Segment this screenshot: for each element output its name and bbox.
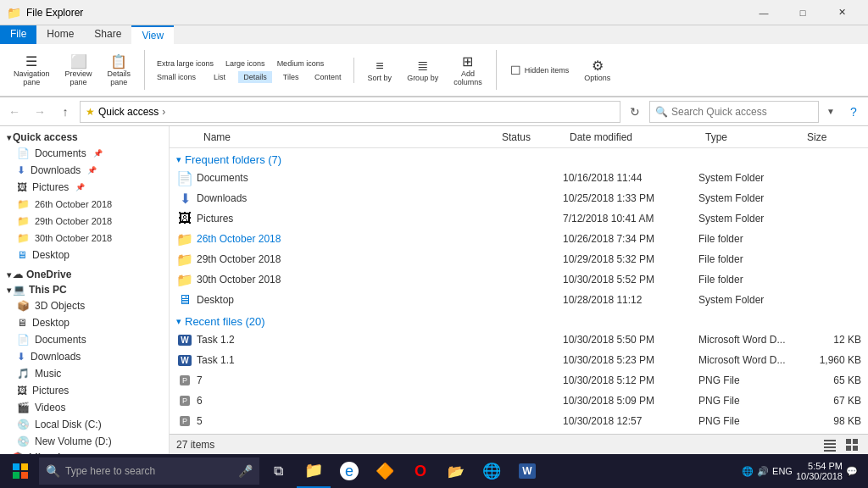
tab-file[interactable]: File bbox=[0, 25, 36, 44]
back-button[interactable]: ← bbox=[3, 101, 25, 123]
sidebar-item-pictures2[interactable]: 🖼 Pictures bbox=[0, 382, 169, 399]
taskbar-app-word[interactable]: W bbox=[510, 454, 544, 488]
taskbar-clock[interactable]: 5:54 PM 10/30/2018 bbox=[796, 461, 843, 481]
file-size: 67 KB bbox=[800, 395, 868, 407]
ribbon-btn-small[interactable]: Small icons bbox=[152, 71, 201, 83]
file-type: PNG File bbox=[698, 374, 800, 386]
close-button[interactable]: ✕ bbox=[822, 0, 861, 25]
table-row[interactable]: 📁 29th October 2018 10/29/2018 5:32 PM F… bbox=[170, 249, 868, 269]
taskbar-app-file-explorer[interactable]: 📁 bbox=[297, 454, 331, 488]
ribbon-btn-list[interactable]: List bbox=[203, 71, 236, 83]
ribbon-btn-hidden-items[interactable]: ☐ Hidden items bbox=[504, 60, 576, 80]
sidebar-item-local-disk-c[interactable]: 💿 Local Disk (C:) bbox=[0, 416, 169, 433]
ribbon-btn-preview[interactable]: ⬜ Previewpane bbox=[58, 50, 99, 90]
table-row[interactable]: 🖥 Desktop 10/28/2018 11:12 System Folder bbox=[170, 290, 868, 310]
view-btn-large-icons[interactable] bbox=[843, 435, 861, 454]
sidebar-item-30oct[interactable]: 📁 30th October 2018 bbox=[0, 230, 169, 247]
notification-icon[interactable]: 💬 bbox=[846, 466, 858, 477]
sidebar-item-label: Documents bbox=[35, 334, 86, 346]
start-button[interactable] bbox=[3, 454, 37, 488]
tab-share[interactable]: Share bbox=[84, 25, 131, 44]
table-row[interactable]: P 5 10/30/2018 12:57 PNG File 98 KB bbox=[170, 411, 868, 431]
maximize-button[interactable]: □ bbox=[783, 0, 822, 25]
sidebar-item-pictures[interactable]: 🖼 Pictures 📌 bbox=[0, 179, 169, 196]
table-row[interactable]: 🖼 Pictures 7/12/2018 10:41 AM System Fol… bbox=[170, 208, 868, 229]
taskbar-task-view[interactable]: ⧉ bbox=[261, 454, 295, 488]
ribbon-btn-large[interactable]: Large icons bbox=[220, 58, 270, 69]
sidebar-item-3dobjects[interactable]: 📦 3D Objects bbox=[0, 297, 169, 314]
taskbar-app-vlc[interactable]: 🔶 bbox=[368, 454, 402, 488]
col-header-size[interactable]: Size bbox=[800, 131, 868, 143]
search-input[interactable] bbox=[671, 106, 813, 118]
address-path[interactable]: ★ Quick access › bbox=[80, 101, 620, 123]
ribbon-btn-group-by[interactable]: ≣ Group by bbox=[400, 54, 445, 86]
sidebar-onedrive-header[interactable]: ▾ ☁ OneDrive bbox=[0, 267, 169, 282]
taskbar-search-box[interactable]: 🔍 Type here to search 🎤 bbox=[39, 458, 259, 485]
sidebar-item-music[interactable]: 🎵 Music bbox=[0, 365, 169, 382]
file-icon: 📁 bbox=[176, 230, 193, 247]
sidebar-item-documents2[interactable]: 📄 Documents bbox=[0, 331, 169, 348]
ribbon-btn-tiles[interactable]: Tiles bbox=[274, 71, 308, 83]
col-header-date[interactable]: Date modified bbox=[563, 131, 698, 143]
ribbon-btn-details[interactable]: Details bbox=[238, 71, 272, 83]
sidebar-item-videos[interactable]: 🎬 Videos bbox=[0, 399, 169, 416]
refresh-button[interactable]: ↻ bbox=[624, 101, 646, 123]
forward-button[interactable]: → bbox=[29, 101, 51, 123]
minimize-button[interactable]: — bbox=[744, 0, 783, 25]
tab-view[interactable]: View bbox=[131, 25, 174, 44]
sidebar-quick-access-header[interactable]: ▾ Quick access bbox=[0, 130, 169, 145]
taskbar: 🔍 Type here to search 🎤 ⧉ 📁 e 🔶 O 📂 🌐 W … bbox=[0, 454, 868, 488]
search-icon: 🔍 bbox=[46, 464, 60, 478]
table-row[interactable]: W Task 1.2 10/30/2018 5:50 PM Microsoft … bbox=[170, 330, 868, 350]
table-row[interactable]: ⬇ Downloads 10/25/2018 1:33 PM System Fo… bbox=[170, 188, 868, 208]
col-header-status[interactable]: Status bbox=[495, 131, 563, 143]
options-icon: ⚙ bbox=[592, 58, 604, 74]
sidebar-item-desktop[interactable]: 🖥 Desktop bbox=[0, 247, 169, 263]
ribbon-btn-extra-large[interactable]: Extra large icons bbox=[152, 58, 219, 69]
pin-icon: 📌 bbox=[75, 183, 85, 191]
volume-icon[interactable]: 🔊 bbox=[757, 466, 769, 477]
table-row[interactable]: W Task 1.1 10/30/2018 5:23 PM Microsoft … bbox=[170, 350, 868, 370]
taskbar-app-opera[interactable]: O bbox=[403, 454, 437, 488]
network-icon[interactable]: 🌐 bbox=[742, 466, 754, 477]
tab-home[interactable]: Home bbox=[36, 25, 84, 44]
ribbon-btn-content[interactable]: Content bbox=[309, 71, 347, 83]
sidebar-item-downloads2[interactable]: ⬇ Downloads bbox=[0, 348, 169, 365]
lang-indicator[interactable]: ENG bbox=[772, 466, 793, 476]
sidebar-item-29oct[interactable]: 📁 29th October 2018 bbox=[0, 213, 169, 230]
sidebar-item-documents[interactable]: 📄 Documents 📌 bbox=[0, 145, 169, 162]
svg-rect-9 bbox=[21, 463, 28, 470]
file-date: 10/30/2018 5:09 PM bbox=[563, 395, 698, 407]
ribbon-btn-options[interactable]: ⚙ Options bbox=[577, 54, 617, 86]
file-name: 29th October 2018 bbox=[197, 253, 495, 265]
recent-files-header[interactable]: ▾ Recent files (20) bbox=[170, 310, 868, 330]
chevron-down-icon: ▾ bbox=[176, 154, 181, 165]
col-header-type[interactable]: Type bbox=[698, 131, 800, 143]
nav-pane-icon: ☰ bbox=[25, 53, 37, 69]
ribbon-btn-navigation-pane[interactable]: ☰ Navigationpane bbox=[7, 50, 57, 90]
table-row[interactable]: P 7 10/30/2018 5:12 PM PNG File 65 KB bbox=[170, 370, 868, 391]
view-btn-details[interactable] bbox=[821, 435, 839, 454]
ribbon-btn-sort-by[interactable]: ≡ Sort by bbox=[361, 55, 399, 86]
table-row[interactable]: P 6 10/30/2018 5:09 PM PNG File 67 KB bbox=[170, 391, 868, 411]
table-row[interactable]: 📁 26th October 2018 10/26/2018 7:34 PM F… bbox=[170, 229, 868, 249]
file-date: 10/25/2018 1:33 PM bbox=[563, 192, 698, 204]
search-options-button[interactable]: ▼ bbox=[822, 101, 839, 123]
ribbon-btn-medium[interactable]: Medium icons bbox=[272, 58, 330, 69]
ribbon-btn-add-columns[interactable]: ⊞ Addcolumns bbox=[447, 50, 489, 90]
ribbon-btn-details[interactable]: 📋 Detailspane bbox=[101, 50, 138, 90]
table-row[interactable]: 📁 30th October 2018 10/30/2018 5:52 PM F… bbox=[170, 269, 868, 290]
sidebar-item-26oct[interactable]: 📁 26th October 2018 bbox=[0, 196, 169, 213]
sidebar-item-downloads[interactable]: ⬇ Downloads 📌 bbox=[0, 162, 169, 179]
sidebar-item-new-volume-d[interactable]: 💿 New Volume (D:) bbox=[0, 433, 169, 450]
help-button[interactable]: ? bbox=[843, 101, 865, 123]
table-row[interactable]: 📄 Documents 10/16/2018 11:44 System Fold… bbox=[170, 168, 868, 188]
taskbar-app-chrome[interactable]: 🌐 bbox=[475, 454, 509, 488]
taskbar-app-files[interactable]: 📂 bbox=[439, 454, 473, 488]
up-button[interactable]: ↑ bbox=[54, 101, 76, 123]
sidebar-this-pc-header[interactable]: ▾ 💻 This PC bbox=[0, 282, 169, 297]
col-header-name[interactable]: Name bbox=[197, 131, 495, 143]
taskbar-app-edge[interactable]: e bbox=[332, 454, 366, 488]
frequent-folders-header[interactable]: ▾ Frequent folders (7) bbox=[170, 148, 868, 168]
sidebar-item-desktop2[interactable]: 🖥 Desktop bbox=[0, 314, 169, 331]
